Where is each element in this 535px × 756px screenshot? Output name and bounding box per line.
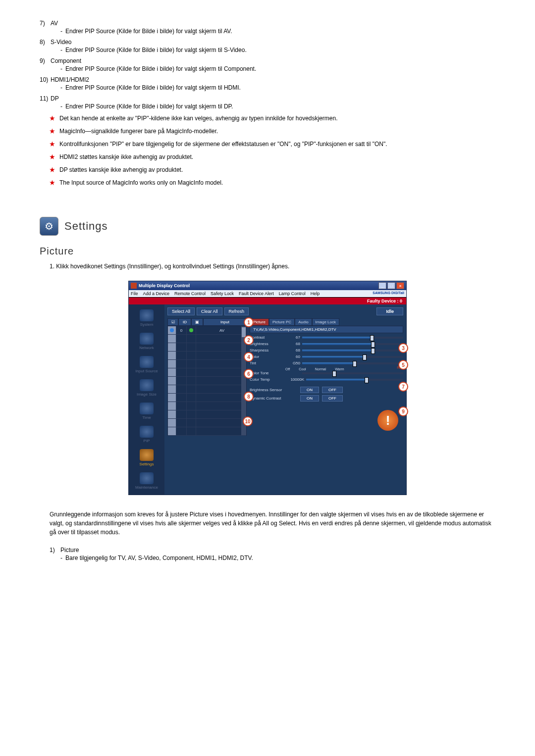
info-icon: !	[377, 410, 398, 431]
tab-image-lock[interactable]: Image Lock	[312, 318, 339, 326]
menu-fault-alert[interactable]: Fault Device Alert	[239, 291, 274, 296]
item-num: 7)	[40, 20, 51, 27]
dynamic-contrast-off-button[interactable]: OFF	[322, 395, 343, 402]
table-row[interactable]	[168, 419, 246, 427]
menubar: File Add a Device Remote Control Safety …	[129, 290, 406, 297]
dynamic-contrast-row: Dynamic Contrast ON OFF	[250, 395, 403, 402]
window-title: Multiple Display Control	[139, 283, 190, 288]
clear-all-button[interactable]: Clear All	[197, 307, 222, 315]
network-icon	[140, 333, 154, 345]
contrast-slider[interactable]: Contrast 67	[250, 335, 403, 340]
menu-lamp-control[interactable]: Lamp Control	[279, 291, 306, 296]
callout-4: 4	[244, 352, 254, 362]
table-row[interactable]	[168, 394, 246, 402]
callout-5: 5	[398, 360, 408, 370]
table-row[interactable]	[168, 385, 246, 394]
sidebar-item-network[interactable]: Network	[133, 331, 160, 352]
table-row[interactable]	[168, 410, 246, 419]
brightness-slider[interactable]: Brightness 68	[250, 342, 403, 346]
faulty-device-bar: Faulty Device : 0	[129, 297, 406, 304]
star-icon: ★	[50, 165, 59, 174]
callout-6: 6	[244, 369, 254, 379]
color-tone-slider[interactable]: Color Tone	[250, 371, 403, 375]
table-row[interactable]	[168, 402, 246, 410]
menu-file[interactable]: File	[131, 291, 138, 296]
sidebar: System Network Input Source Image Size T…	[129, 304, 164, 495]
row-checkbox[interactable]	[168, 326, 176, 334]
table-row[interactable]	[168, 360, 246, 368]
mdc-window: Multiple Display Control _ □ × File Add …	[128, 281, 407, 495]
star-icon: ★	[50, 114, 59, 123]
menu-remote-control[interactable]: Remote Control	[174, 291, 206, 296]
color-slider[interactable]: Color 60	[250, 354, 403, 359]
pip-source-list: 7)AV -Endrer PIP Source (Kilde for Bilde…	[40, 20, 495, 110]
col-input: Input	[203, 318, 247, 326]
star-icon: ★	[50, 140, 59, 149]
star-icon: ★	[50, 178, 59, 187]
brightness-sensor-off-button[interactable]: OFF	[322, 387, 343, 393]
tint-slider[interactable]: Tint G50 R50	[250, 361, 403, 365]
tab-sources-label: TV,AV,S-Video,Component,HDMI1,HDMI2,DTV	[250, 326, 403, 333]
callout-8: 8	[244, 392, 254, 402]
menu-help[interactable]: Help	[311, 291, 320, 296]
tab-audio[interactable]: Audio	[295, 318, 312, 326]
titlebar: Multiple Display Control _ □ ×	[129, 281, 406, 290]
time-icon	[140, 403, 154, 414]
status-dot-icon	[189, 328, 193, 332]
table-row[interactable]	[168, 352, 246, 360]
brightness-sensor-row: Brightness Sensor ON OFF	[250, 387, 403, 393]
color-temp-slider[interactable]: Color Temp 10000K	[250, 377, 403, 382]
section-heading: ⚙ Settings	[40, 217, 495, 236]
main-area: Select All Clear All Refresh Idle ☑ ID ▣…	[164, 304, 406, 495]
callout-1: 1	[244, 317, 254, 327]
star-icon: ★	[50, 127, 59, 136]
sharpness-slider[interactable]: Sharpness 68	[250, 348, 403, 353]
sidebar-item-system[interactable]: System	[133, 307, 160, 329]
callout-9: 9	[398, 406, 408, 416]
pip-icon	[140, 426, 154, 438]
sidebar-item-settings[interactable]: Settings	[133, 447, 160, 468]
callout-3: 3	[398, 343, 408, 353]
menu-add-device[interactable]: Add a Device	[143, 291, 170, 296]
brightness-sensor-on-button[interactable]: ON	[300, 387, 319, 393]
input-source-icon	[140, 356, 154, 368]
refresh-button[interactable]: Refresh	[224, 307, 249, 315]
section-title: Settings	[64, 220, 108, 233]
callout-7: 7	[398, 382, 408, 392]
idle-status: Idle	[376, 307, 403, 315]
body-text: Grunnleggende informasjon som kreves for…	[50, 510, 495, 537]
col-checkbox[interactable]: ☑	[167, 318, 178, 326]
sidebar-item-pip[interactable]: PIP	[133, 424, 160, 445]
intro-text: 1. Klikk hovedikonet Settings (Innstilli…	[50, 262, 495, 271]
settings-panel: Picture Picture PC Audio Image Lock TV,A…	[250, 318, 403, 436]
sidebar-item-input-source[interactable]: Input Source	[133, 354, 160, 375]
subsection-title: Picture	[40, 246, 495, 257]
minimize-button[interactable]: _	[378, 282, 386, 289]
dynamic-contrast-on-button[interactable]: ON	[300, 395, 319, 402]
close-button[interactable]: ×	[396, 282, 404, 289]
item-label: AV	[51, 20, 495, 27]
app-icon	[131, 283, 137, 289]
table-row[interactable]	[168, 427, 246, 436]
sidebar-item-image-size[interactable]: Image Size	[133, 377, 160, 399]
table-row[interactable]	[168, 343, 246, 352]
item-picture: Picture	[60, 547, 495, 554]
select-all-button[interactable]: Select All	[167, 307, 195, 315]
tab-picture-pc[interactable]: Picture PC	[269, 318, 295, 326]
callout-10: 10	[243, 416, 253, 426]
col-id: ID	[178, 318, 191, 326]
star-notes: ★Det kan hende at enkelte av "PIP"-kilde…	[40, 114, 495, 187]
menu-safety-lock[interactable]: Safety Lock	[211, 291, 234, 296]
sidebar-item-time[interactable]: Time	[133, 401, 160, 422]
maximize-button[interactable]: □	[387, 282, 395, 289]
table-row[interactable]	[168, 335, 246, 343]
star-icon: ★	[50, 152, 59, 161]
scroll-thumb[interactable]	[242, 327, 246, 337]
table-row[interactable]: 0 AV	[168, 326, 246, 335]
sidebar-item-maintenance[interactable]: Maintenance	[133, 470, 160, 492]
image-size-icon	[140, 379, 154, 391]
settings-icon	[140, 449, 154, 461]
system-icon	[140, 309, 154, 321]
table-row[interactable]	[168, 368, 246, 377]
table-row[interactable]	[168, 377, 246, 385]
